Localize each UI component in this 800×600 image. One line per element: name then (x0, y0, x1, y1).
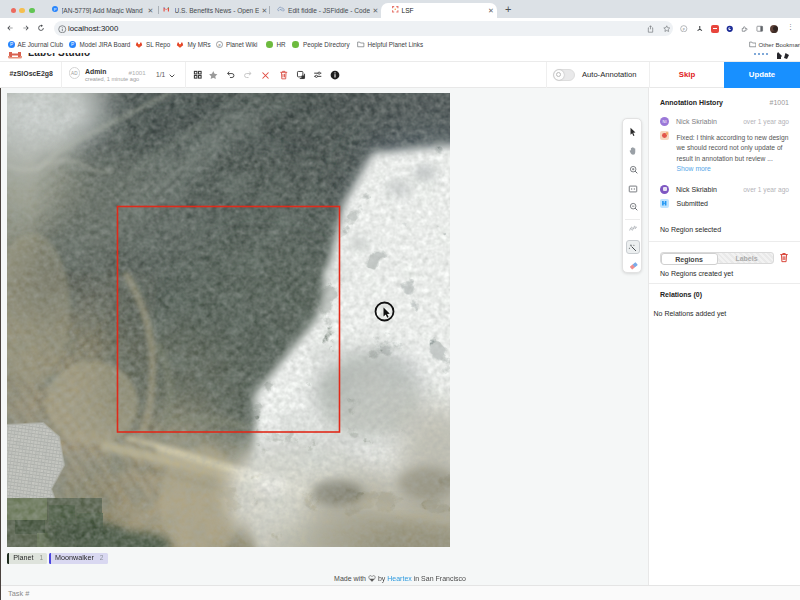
svg-text:p: p (218, 43, 220, 47)
svg-text:P: P (9, 42, 12, 47)
svg-text:P: P (53, 7, 56, 12)
svg-text:P: P (70, 42, 73, 47)
svg-text:p: p (683, 27, 685, 31)
